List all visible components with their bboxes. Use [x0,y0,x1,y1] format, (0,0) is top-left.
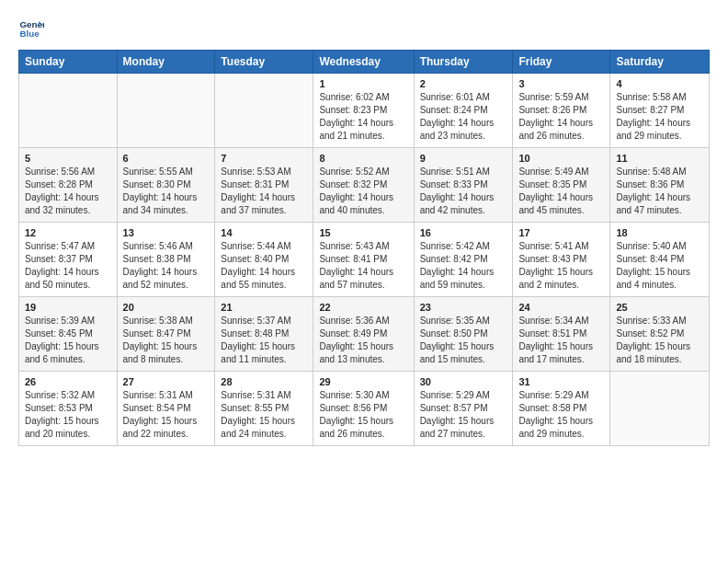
calendar-cell: 12Sunrise: 5:47 AM Sunset: 8:37 PM Dayli… [19,223,118,297]
cell-content: Sunrise: 5:55 AM Sunset: 8:30 PM Dayligh… [123,166,210,217]
calendar-cell [19,74,118,148]
cell-content: Sunrise: 5:33 AM Sunset: 8:52 PM Dayligh… [616,315,703,366]
cell-content: Sunrise: 5:46 AM Sunset: 8:38 PM Dayligh… [123,240,210,292]
weekday-header: Saturday [610,51,710,74]
day-number: 3 [518,78,604,89]
calendar-cell: 28Sunrise: 5:31 AM Sunset: 8:55 PM Dayli… [215,372,313,446]
calendar-cell: 20Sunrise: 5:38 AM Sunset: 8:47 PM Dayli… [117,297,215,372]
calendar-cell: 17Sunrise: 5:41 AM Sunset: 8:43 PM Dayli… [513,223,610,297]
calendar-cell: 14Sunrise: 5:44 AM Sunset: 8:40 PM Dayli… [215,223,313,297]
logo: General Blue [18,15,48,40]
day-number: 30 [420,376,507,387]
day-number: 25 [616,302,703,313]
calendar-cell: 23Sunrise: 5:35 AM Sunset: 8:50 PM Dayli… [414,297,513,372]
day-number: 18 [616,227,703,238]
calendar-cell: 1Sunrise: 6:02 AM Sunset: 8:23 PM Daylig… [313,74,414,148]
day-number: 26 [25,376,111,387]
cell-content: Sunrise: 5:40 AM Sunset: 8:44 PM Dayligh… [616,240,703,292]
cell-content: Sunrise: 5:29 AM Sunset: 8:57 PM Dayligh… [420,389,507,441]
weekday-header: Wednesday [313,51,414,74]
calendar-week-row: 1Sunrise: 6:02 AM Sunset: 8:23 PM Daylig… [19,74,710,148]
calendar-cell: 5Sunrise: 5:56 AM Sunset: 8:28 PM Daylig… [19,148,118,223]
day-number: 5 [25,153,111,164]
calendar-cell: 22Sunrise: 5:36 AM Sunset: 8:49 PM Dayli… [313,297,414,372]
cell-content: Sunrise: 5:38 AM Sunset: 8:47 PM Dayligh… [123,315,210,366]
cell-content: Sunrise: 6:01 AM Sunset: 8:24 PM Dayligh… [420,91,507,143]
calendar-cell: 2Sunrise: 6:01 AM Sunset: 8:24 PM Daylig… [414,74,513,148]
cell-content: Sunrise: 5:51 AM Sunset: 8:33 PM Dayligh… [420,166,507,217]
weekday-header: Thursday [414,51,513,74]
day-number: 7 [221,153,307,164]
cell-content: Sunrise: 5:53 AM Sunset: 8:31 PM Dayligh… [221,166,307,217]
logo-icon: General Blue [18,15,44,40]
calendar-cell: 6Sunrise: 5:55 AM Sunset: 8:30 PM Daylig… [117,148,215,223]
calendar-cell: 9Sunrise: 5:51 AM Sunset: 8:33 PM Daylig… [414,148,513,223]
calendar-cell: 30Sunrise: 5:29 AM Sunset: 8:57 PM Dayli… [414,372,513,446]
cell-content: Sunrise: 5:48 AM Sunset: 8:36 PM Dayligh… [616,166,703,217]
calendar-cell: 26Sunrise: 5:32 AM Sunset: 8:53 PM Dayli… [19,372,118,446]
calendar-cell: 4Sunrise: 5:58 AM Sunset: 8:27 PM Daylig… [610,74,710,148]
calendar-week-row: 5Sunrise: 5:56 AM Sunset: 8:28 PM Daylig… [19,148,710,223]
day-number: 6 [123,153,210,164]
day-number: 16 [420,227,507,238]
cell-content: Sunrise: 5:35 AM Sunset: 8:50 PM Dayligh… [420,315,507,366]
cell-content: Sunrise: 5:32 AM Sunset: 8:53 PM Dayligh… [25,389,111,441]
calendar-cell [117,74,215,148]
day-number: 14 [221,227,307,238]
cell-content: Sunrise: 5:43 AM Sunset: 8:41 PM Dayligh… [319,240,407,292]
calendar-cell: 29Sunrise: 5:30 AM Sunset: 8:56 PM Dayli… [313,372,414,446]
weekday-header: Sunday [19,51,118,74]
cell-content: Sunrise: 6:02 AM Sunset: 8:23 PM Dayligh… [319,91,407,143]
day-number: 4 [616,78,703,89]
calendar-cell [215,74,313,148]
cell-content: Sunrise: 5:49 AM Sunset: 8:35 PM Dayligh… [518,166,604,217]
day-number: 31 [518,376,604,387]
cell-content: Sunrise: 5:58 AM Sunset: 8:27 PM Dayligh… [616,91,703,143]
calendar-cell: 21Sunrise: 5:37 AM Sunset: 8:48 PM Dayli… [215,297,313,372]
day-number: 24 [518,302,604,313]
calendar-week-row: 19Sunrise: 5:39 AM Sunset: 8:45 PM Dayli… [19,297,710,372]
day-number: 11 [616,153,703,164]
cell-content: Sunrise: 5:31 AM Sunset: 8:54 PM Dayligh… [123,389,210,441]
calendar-week-row: 12Sunrise: 5:47 AM Sunset: 8:37 PM Dayli… [19,223,710,297]
svg-text:Blue: Blue [19,29,40,39]
calendar-cell: 3Sunrise: 5:59 AM Sunset: 8:26 PM Daylig… [513,74,610,148]
day-number: 1 [319,78,407,89]
weekday-header: Monday [117,51,215,74]
day-number: 22 [319,302,407,313]
calendar-week-row: 26Sunrise: 5:32 AM Sunset: 8:53 PM Dayli… [19,372,710,446]
day-number: 20 [123,302,210,313]
day-number: 17 [518,227,604,238]
calendar-header-row: SundayMondayTuesdayWednesdayThursdayFrid… [19,51,710,74]
calendar-cell: 18Sunrise: 5:40 AM Sunset: 8:44 PM Dayli… [610,223,710,297]
weekday-header: Tuesday [215,51,313,74]
calendar-cell: 27Sunrise: 5:31 AM Sunset: 8:54 PM Dayli… [117,372,215,446]
calendar-cell: 16Sunrise: 5:42 AM Sunset: 8:42 PM Dayli… [414,223,513,297]
cell-content: Sunrise: 5:44 AM Sunset: 8:40 PM Dayligh… [221,240,307,292]
day-number: 19 [25,302,111,313]
cell-content: Sunrise: 5:31 AM Sunset: 8:55 PM Dayligh… [221,389,307,441]
header: General Blue [18,15,710,40]
day-number: 29 [319,376,407,387]
day-number: 2 [420,78,507,89]
calendar-cell: 25Sunrise: 5:33 AM Sunset: 8:52 PM Dayli… [610,297,710,372]
day-number: 28 [221,376,307,387]
weekday-header: Friday [513,51,610,74]
calendar-cell: 11Sunrise: 5:48 AM Sunset: 8:36 PM Dayli… [610,148,710,223]
cell-content: Sunrise: 5:59 AM Sunset: 8:26 PM Dayligh… [518,91,604,143]
calendar-cell: 24Sunrise: 5:34 AM Sunset: 8:51 PM Dayli… [513,297,610,372]
cell-content: Sunrise: 5:41 AM Sunset: 8:43 PM Dayligh… [518,240,604,292]
cell-content: Sunrise: 5:39 AM Sunset: 8:45 PM Dayligh… [25,315,111,366]
calendar-page: General Blue SundayMondayTuesdayWednesda… [0,0,728,461]
calendar-cell: 8Sunrise: 5:52 AM Sunset: 8:32 PM Daylig… [313,148,414,223]
day-number: 8 [319,153,407,164]
day-number: 13 [123,227,210,238]
calendar-cell: 19Sunrise: 5:39 AM Sunset: 8:45 PM Dayli… [19,297,118,372]
cell-content: Sunrise: 5:47 AM Sunset: 8:37 PM Dayligh… [25,240,111,292]
calendar-cell: 31Sunrise: 5:29 AM Sunset: 8:58 PM Dayli… [513,372,610,446]
calendar-cell: 13Sunrise: 5:46 AM Sunset: 8:38 PM Dayli… [117,223,215,297]
cell-content: Sunrise: 5:42 AM Sunset: 8:42 PM Dayligh… [420,240,507,292]
day-number: 10 [518,153,604,164]
cell-content: Sunrise: 5:56 AM Sunset: 8:28 PM Dayligh… [25,166,111,217]
day-number: 9 [420,153,507,164]
